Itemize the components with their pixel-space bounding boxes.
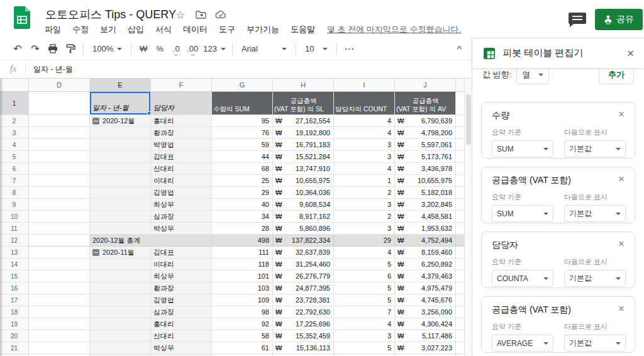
cell-qty[interactable]: 103 [212,282,273,294]
cell-d[interactable] [29,318,90,330]
number-format-menu[interactable]: 123 [201,41,228,57]
cell-qty[interactable]: 59 [212,139,273,151]
cell-group[interactable] [90,294,151,306]
cell-count[interactable]: 3 [334,330,395,342]
cloud-status-icon[interactable] [215,9,226,20]
cell-supply-sum[interactable]: ₩22,792,630 [273,306,334,318]
cell-count[interactable]: 5 [334,259,395,270]
scrollbar-thumb[interactable] [466,94,471,145]
cell-group[interactable] [90,330,151,342]
cell-supply-avg[interactable]: ₩5,173,761 [395,151,456,163]
cell-supply-avg[interactable]: ₩1,953,632 [395,223,456,235]
cell-j1[interactable]: 공급총액 (VAT 포함) 의 AV [395,92,456,115]
print-icon[interactable] [44,41,62,57]
cell-qty[interactable]: 498 [212,235,273,247]
cell-name[interactable]: 김영업 [151,187,212,199]
close-icon[interactable]: × [617,110,626,119]
paint-format-icon[interactable] [62,41,79,57]
cell-d[interactable] [29,127,90,139]
sheets-logo-icon[interactable] [14,6,30,29]
cell-count[interactable]: 4 [334,318,395,330]
cell-supply-sum[interactable]: ₩9,608,534 [273,199,334,211]
currency-format-button[interactable]: ₩ [135,44,152,53]
cell-name[interactable]: 이대리 [151,175,212,187]
cell-d[interactable] [29,139,90,151]
row-number[interactable]: 8 [0,187,29,199]
cell-group[interactable] [90,163,151,175]
cell-group[interactable] [90,342,151,354]
star-icon[interactable]: ☆ [175,9,186,20]
cell-count[interactable]: 5 [334,282,395,294]
cell-count[interactable]: 2 [334,187,395,199]
row-number[interactable]: 9 [0,199,29,211]
decrease-decimal-button[interactable]: .0← [168,44,184,53]
row-number[interactable]: 13 [0,247,29,259]
cell-d[interactable] [29,294,90,306]
cell-supply-sum[interactable]: ₩27,162,554 [273,115,334,127]
row-number[interactable]: 3 [0,127,29,139]
cell-name[interactable]: 황과장 [151,282,212,294]
row-number[interactable]: 20 [0,330,29,342]
comments-button[interactable] [568,11,587,28]
menu-item-5[interactable]: 데이터 [177,24,213,35]
cell-d[interactable] [29,342,90,354]
cell-count[interactable]: 6 [334,270,395,282]
col-header-G[interactable]: G [212,79,273,92]
cell-name[interactable]: 심과장 [151,211,212,223]
cell-qty[interactable]: 61 [212,342,273,354]
menu-item-8[interactable]: 도움말 [285,24,321,35]
cell-count[interactable]: 4 [334,247,395,259]
cell-supply-sum[interactable]: ₩23,728,381 [273,294,334,306]
cell-name[interactable]: 심과장 [151,306,212,318]
cell-qty[interactable]: 92 [212,318,273,330]
cell-h1[interactable]: 공급총액 (VAT 포함) 의 SL [273,92,334,115]
cell-d[interactable] [29,175,90,187]
cell-supply-avg[interactable]: ₩5,182,018 [395,187,456,199]
cell-group[interactable]: 2020-11월 [90,247,151,259]
cell-group[interactable] [90,211,151,223]
row-number[interactable]: 7 [0,175,29,187]
cell-supply-avg[interactable]: ₩4,745,676 [395,294,456,306]
cell-group[interactable] [90,199,151,211]
cell-name[interactable]: 박상무 [151,223,212,235]
cell-supply-sum[interactable]: ₩15,352,459 [273,330,334,342]
cell-i1[interactable]: 담당자의 COUNT [334,92,395,115]
cell-group[interactable] [90,139,151,151]
move-to-folder-icon[interactable] [195,9,206,20]
cell-supply-sum[interactable]: ₩26,276,779 [273,270,334,282]
cell-d[interactable] [29,259,90,270]
row-number[interactable]: 6 [0,163,29,175]
add-value-button[interactable]: 추가 [599,68,634,84]
cell-count[interactable]: 4 [334,163,395,175]
row-number[interactable]: 5 [0,151,29,163]
cell-supply-avg[interactable]: ₩4,379,463 [395,270,456,282]
cell-d[interactable] [29,211,90,223]
menu-item-2[interactable]: 보기 [94,24,122,35]
cell-qty[interactable]: 109 [212,294,273,306]
cell-d[interactable] [29,187,90,199]
row-number[interactable]: 16 [0,282,29,294]
cell-d[interactable] [29,282,90,294]
cell-group[interactable] [90,318,151,330]
menu-item-0[interactable]: 파일 [39,24,67,35]
cell-group[interactable] [90,270,151,282]
row-number[interactable]: 21 [0,342,29,354]
cell-qty[interactable]: 76 [212,127,273,139]
cell-supply-sum[interactable]: ₩32,637,839 [273,247,334,259]
col-header-F[interactable]: F [151,79,212,92]
font-family-select[interactable]: Arial [236,41,292,57]
cell-count[interactable]: 29 [334,235,395,247]
cell-supply-avg[interactable]: ₩3,436,978 [395,163,456,175]
cell-group[interactable] [90,151,151,163]
cell-name[interactable]: 이대리 [151,259,212,270]
summarize-function-select[interactable]: SUM [492,205,553,222]
cell-name[interactable]: 김대표 [151,247,212,259]
cell-count[interactable]: 3 [334,139,395,151]
row-number[interactable]: 18 [0,306,29,318]
redo-icon[interactable]: ↷ [26,41,44,57]
row-number[interactable]: 17 [0,294,29,306]
cell-qty[interactable]: 111 [212,247,273,259]
col-header-I[interactable]: I [334,79,395,92]
cell-f1[interactable]: 담당자 [151,92,212,115]
summarize-function-select[interactable]: AVERAGE [492,335,553,352]
